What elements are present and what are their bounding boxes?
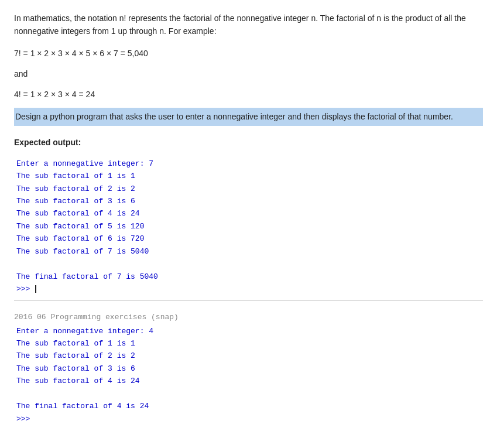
output1-line-2: The sub factoral of 2 is 2 [16, 183, 481, 195]
output-block-1: Enter a nonnegative integer: 7 The sub f… [14, 153, 483, 301]
output2-final: The final factoral of 4 is 24 [16, 400, 481, 412]
output2-prompt: Enter a nonnegative integer: 4 [16, 325, 481, 337]
output1-line-5: The sub factoral of 5 is 120 [16, 220, 481, 232]
output1-prompt-symbol[interactable]: >>> [16, 283, 481, 295]
output1-line-1: The sub factoral of 1 is 1 [16, 170, 481, 182]
output1-line-7: The sub factoral of 7 is 5040 [16, 245, 481, 258]
output-block-2: Enter a nonnegative integer: 4 The sub f… [14, 323, 483, 428]
expected-output-label: Expected output: [14, 138, 483, 147]
output2-line-2: The sub factoral of 2 is 2 [16, 350, 481, 362]
output2-line-4: The sub factoral of 4 is 24 [16, 375, 481, 387]
formula-7: 7! = 1 × 2 × 3 × 4 × 5 × 6 × 7 = 5,040 [14, 46, 483, 61]
cursor-icon [35, 285, 36, 293]
output2-line-1: The sub factoral of 1 is 1 [16, 337, 481, 350]
output1-prompt: Enter a nonnegative integer: 7 [16, 158, 481, 170]
formula-4: 4! = 1 × 2 × 3 × 4 = 24 [14, 87, 483, 102]
second-block-header: 2016 06 Programming exercises (snap) [14, 313, 483, 322]
output1-line-4: The sub factoral of 4 is 24 [16, 207, 481, 220]
intro-paragraph: In mathematics, the notation n! represen… [14, 12, 483, 38]
output2-prompt-symbol[interactable]: >>> [16, 413, 481, 425]
output1-final: The final factoral of 7 is 5040 [16, 271, 481, 283]
output1-line-6: The sub factoral of 6 is 720 [16, 232, 481, 245]
and-label: and [14, 67, 483, 81]
output2-line-3: The sub factoral of 3 is 6 [16, 362, 481, 375]
output1-line-3: The sub factoral of 3 is 6 [16, 195, 481, 207]
task-description: Design a python program that asks the us… [14, 108, 483, 125]
